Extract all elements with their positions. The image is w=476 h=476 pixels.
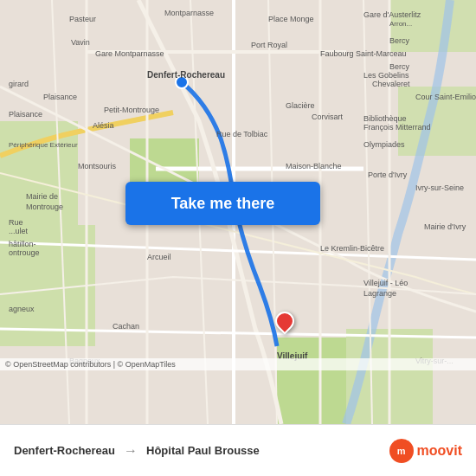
moovit-icon: m [389,439,414,463]
svg-text:Arcueil: Arcueil [147,253,171,261]
map-attribution: © OpenStreetMap contributors | © OpenMap… [0,358,476,370]
svg-text:hâtillon-: hâtillon- [9,240,36,248]
svg-text:ontrouge: ontrouge [9,248,40,257]
svg-text:Périphérique Extérieur: Périphérique Extérieur [9,141,78,149]
svg-text:Corvisart: Corvisart [312,113,344,121]
svg-text:Place Monge: Place Monge [268,15,314,23]
svg-text:Vavin: Vavin [71,38,90,47]
moovit-brand-text: moovit [417,443,462,459]
svg-text:Plaisance: Plaisance [9,110,42,119]
svg-text:Montrouge: Montrouge [26,203,63,211]
svg-text:...ulet: ...ulet [9,227,29,235]
svg-text:Pasteur: Pasteur [69,15,96,23]
svg-text:Villejuif - Léo: Villejuif - Léo [363,279,408,287]
svg-text:Cachan: Cachan [113,322,139,331]
svg-text:Denfert-Rochereau: Denfert-Rochereau [147,70,225,80]
svg-text:Petit-Montrouge: Petit-Montrouge [104,106,159,114]
bottom-bar: Denfert-Rochereau → Hôpital Paul Brousse… [0,424,476,476]
route-from-label: Denfert-Rochereau [14,444,115,457]
route-arrow-icon: → [119,443,143,459]
take-me-there-button[interactable]: Take me there [125,182,320,225]
map-container: Pasteur Montparnasse Place Monge Gare d'… [0,0,476,424]
svg-text:Rue de Tolbiac: Rue de Tolbiac [216,130,268,138]
svg-text:Arron...: Arron... [389,20,412,28]
svg-text:Le Kremlin-Bicêtre: Le Kremlin-Bicêtre [320,244,384,253]
svg-rect-7 [277,338,346,424]
pin-marker [271,307,298,334]
svg-text:agneux: agneux [9,305,35,313]
svg-text:Gare d'Austerlitz: Gare d'Austerlitz [363,10,421,19]
svg-text:girard: girard [9,80,29,88]
svg-text:Ivry-sur-Seine: Ivry-sur-Seine [415,183,464,192]
svg-text:Les Gobelins: Les Gobelins [363,71,409,80]
svg-text:Plaisance: Plaisance [43,93,77,101]
svg-text:Alésia: Alésia [93,121,114,130]
svg-text:Olympiades: Olympiades [363,140,405,149]
moovit-logo: m moovit [389,439,462,463]
svg-text:Mairie d'Ivry: Mairie d'Ivry [424,222,466,231]
svg-text:Faubourg Saint-Marceau: Faubourg Saint-Marceau [320,49,407,58]
svg-text:Lagrange: Lagrange [363,289,396,298]
svg-text:Cour Saint-Emilion: Cour Saint-Emilion [415,93,476,101]
svg-text:Gare Montparnasse: Gare Montparnasse [95,49,164,58]
svg-text:Porte d'Ivry: Porte d'Ivry [368,170,408,179]
svg-text:Glacière: Glacière [286,101,315,110]
svg-text:Mairie de: Mairie de [26,192,58,201]
svg-text:Montsouris: Montsouris [78,162,117,170]
svg-text:Bercy: Bercy [389,36,410,45]
svg-text:Montparnasse: Montparnasse [164,9,214,17]
svg-text:Chevaleret: Chevaleret [372,80,410,88]
destination-pin [275,312,294,331]
svg-text:Bibliothèque: Bibliothèque [363,114,407,123]
svg-text:Bercy: Bercy [389,62,410,71]
svg-text:François Mitterrand: François Mitterrand [363,123,431,132]
route-to-label: Hôpital Paul Brousse [146,444,260,457]
svg-text:Port Royal: Port Royal [251,41,287,49]
svg-text:Maison-Blanche: Maison-Blanche [286,162,342,170]
svg-text:Rue: Rue [9,218,23,227]
